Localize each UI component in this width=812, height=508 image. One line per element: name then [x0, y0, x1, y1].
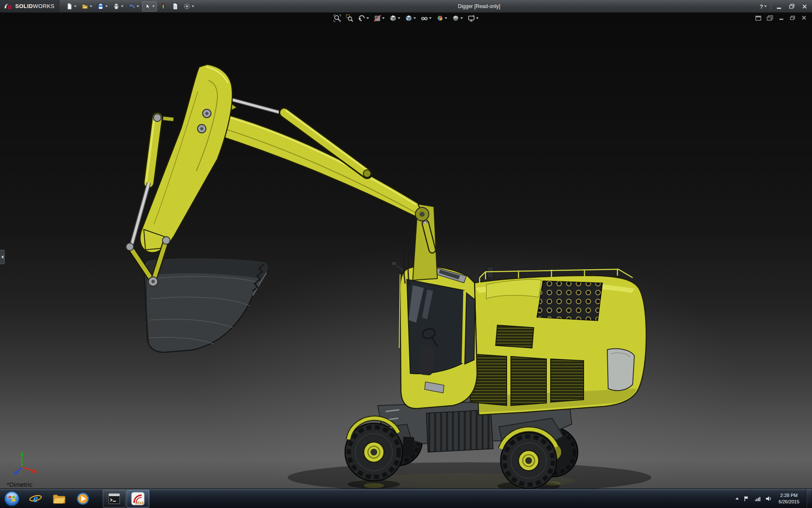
- options-gear-icon: [184, 3, 190, 10]
- tray-date: 6/26/2015: [779, 499, 799, 505]
- new-window-button[interactable]: [754, 14, 762, 21]
- graphics-viewport[interactable]: *Dimetric: [0, 13, 812, 489]
- dropdown-caret[interactable]: [764, 6, 767, 7]
- help-button[interactable]: ?: [758, 2, 768, 11]
- dropdown-caret[interactable]: [429, 17, 432, 19]
- featuremanager-collapse-tab[interactable]: [0, 250, 5, 264]
- rear-wheel[interactable]: [501, 433, 557, 489]
- dropdown-caret[interactable]: [192, 6, 194, 7]
- dropdown-caret[interactable]: [414, 17, 416, 19]
- command-prompt-icon: [107, 491, 121, 506]
- apply-scene-sphere-icon: [452, 14, 460, 22]
- previous-view-button[interactable]: [357, 14, 370, 22]
- system-tray: 2:28 PM 6/26/2015: [735, 489, 812, 508]
- dropdown-caret[interactable]: [461, 17, 463, 19]
- taskbar: e: [0, 489, 812, 508]
- dropdown-caret[interactable]: [476, 17, 479, 19]
- dropdown-caret[interactable]: [74, 6, 77, 7]
- new-document-button[interactable]: [64, 1, 79, 11]
- previous-view-icon: [358, 14, 366, 22]
- svg-text:2015: 2015: [135, 501, 144, 505]
- rebuild-button[interactable]: [158, 1, 169, 11]
- open-document-button[interactable]: [80, 1, 94, 11]
- printer-icon: [113, 3, 120, 10]
- doc-close-button[interactable]: [800, 14, 808, 21]
- dropdown-caret[interactable]: [137, 6, 139, 7]
- view-settings-button[interactable]: [467, 14, 480, 22]
- action-center-flag-icon[interactable]: [743, 495, 750, 502]
- zoom-to-fit-button[interactable]: [333, 14, 342, 22]
- cab[interactable]: [392, 262, 477, 409]
- dassault-3ds-logo-icon: [3, 3, 13, 10]
- media-player-icon: [76, 491, 90, 506]
- show-desktop-button[interactable]: [806, 489, 811, 508]
- zoom-to-area-icon: [346, 14, 354, 22]
- options-button[interactable]: [181, 1, 196, 11]
- close-button[interactable]: [799, 2, 809, 11]
- hide-show-items-button[interactable]: [420, 14, 433, 22]
- taskbar-item-solidworks[interactable]: 2015: [126, 490, 149, 508]
- cascade-windows-button[interactable]: [766, 14, 774, 21]
- solidworks-icon: 2015: [131, 491, 145, 506]
- undo-button[interactable]: [126, 1, 141, 11]
- dropdown-caret[interactable]: [382, 17, 385, 19]
- dropdown-caret[interactable]: [445, 17, 447, 19]
- start-button[interactable]: [0, 490, 23, 508]
- solidworks-brand: SOLIDWORKS: [0, 0, 60, 12]
- network-icon[interactable]: [754, 495, 761, 502]
- restore-icon: [789, 4, 795, 9]
- file-properties-button[interactable]: [170, 1, 181, 11]
- chevron-left-icon: [1, 255, 3, 259]
- separator: [771, 3, 771, 10]
- rebuild-stoplight-icon: [160, 3, 167, 10]
- taskbar-item-command-prompt[interactable]: [103, 490, 126, 508]
- doc-restore-button[interactable]: [789, 14, 796, 21]
- dropdown-caret[interactable]: [121, 6, 123, 7]
- edit-appearance-button[interactable]: [436, 14, 448, 22]
- restore-button[interactable]: [787, 2, 797, 11]
- section-view-button[interactable]: [373, 14, 386, 22]
- document-window-controls: [754, 14, 808, 21]
- hide-show-glasses-icon: [421, 14, 428, 22]
- new-window-icon: [755, 15, 761, 21]
- doc-minimize-button[interactable]: [777, 14, 785, 21]
- bucket[interactable]: [144, 258, 268, 352]
- dropdown-caret[interactable]: [398, 17, 401, 19]
- dropdown-caret[interactable]: [367, 17, 369, 19]
- taskbar-item-media-player[interactable]: [71, 490, 94, 508]
- orientation-triad: [11, 450, 41, 478]
- open-folder-icon: [82, 3, 88, 10]
- tray-time: 2:28 PM: [779, 492, 799, 498]
- boom[interactable]: [200, 102, 429, 221]
- digger-3d-model[interactable]: [0, 13, 812, 489]
- undo-arrow-icon: [129, 3, 135, 10]
- edit-appearance-colorball-icon: [436, 14, 444, 22]
- view-orientation-button[interactable]: [389, 14, 401, 22]
- volume-icon[interactable]: [765, 495, 772, 502]
- minimize-button[interactable]: [774, 2, 784, 11]
- view-settings-icon: [468, 14, 475, 22]
- close-icon: [802, 4, 807, 9]
- apply-scene-button[interactable]: [451, 14, 464, 22]
- display-style-button[interactable]: [404, 14, 417, 22]
- tray-clock[interactable]: 2:28 PM 6/26/2015: [776, 492, 802, 505]
- zoom-to-area-button[interactable]: [345, 14, 354, 22]
- save-floppy-icon: [97, 3, 104, 10]
- taskbar-item-internet-explorer[interactable]: e: [24, 490, 47, 508]
- select-cursor-icon: [144, 3, 151, 10]
- view-orientation-cube-icon: [390, 14, 397, 22]
- dropdown-caret[interactable]: [90, 6, 92, 7]
- dropdown-caret[interactable]: [152, 6, 155, 7]
- display-style-cube-icon: [405, 14, 413, 22]
- view-orientation-label: *Dimetric: [7, 481, 33, 488]
- select-button[interactable]: [142, 1, 157, 11]
- brand-text: SOLIDWORKS: [15, 3, 55, 9]
- taskbar-item-windows-explorer[interactable]: [48, 490, 71, 508]
- print-button[interactable]: [111, 1, 126, 11]
- svg-text:e: e: [33, 492, 38, 505]
- windows-start-orb-icon: [3, 490, 20, 507]
- engine-housing[interactable]: [470, 267, 646, 415]
- tray-expand-icon[interactable]: [735, 497, 739, 500]
- save-button[interactable]: [95, 1, 110, 11]
- dropdown-caret[interactable]: [105, 6, 108, 7]
